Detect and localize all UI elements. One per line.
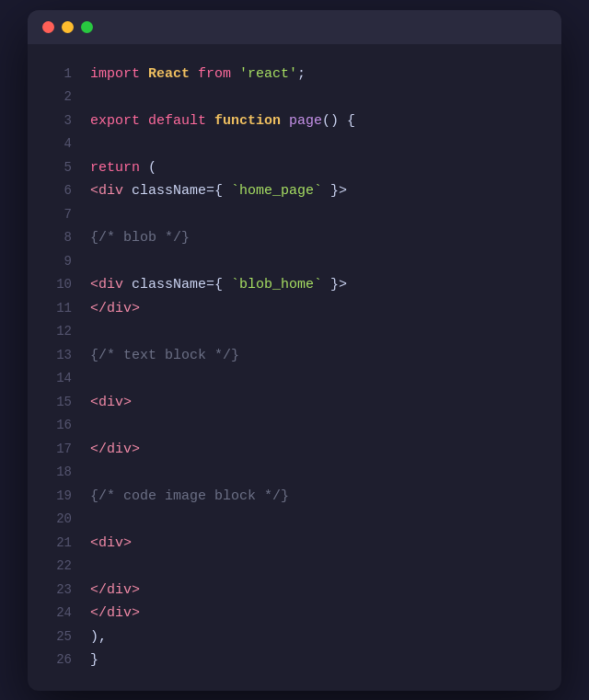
line-number: 18: [46, 462, 72, 484]
token-plain: [123, 183, 132, 199]
code-window: 1import React from 'react';2 3export def…: [28, 10, 561, 691]
line-number: 13: [46, 345, 72, 367]
code-line: 8 {/* blob */}: [28, 226, 561, 250]
code-line: 16: [28, 414, 561, 438]
token-kw-import: import: [90, 66, 140, 82]
code-line: 2: [28, 86, 561, 109]
line-number: 19: [46, 486, 72, 508]
token-tpl-str: `blob_home`: [231, 277, 322, 293]
code-line: 5 return (: [28, 156, 561, 180]
token-comment: {/* text block */}: [90, 348, 239, 363]
line-number: 26: [46, 649, 72, 671]
token-plain: ;: [297, 66, 306, 82]
line-content: </div>: [90, 438, 543, 462]
line-content: [90, 86, 543, 109]
minimize-button[interactable]: [62, 21, 74, 33]
line-number: 1: [46, 63, 72, 86]
maximize-button[interactable]: [81, 21, 93, 33]
line-number: 21: [46, 533, 72, 555]
close-button[interactable]: [42, 21, 54, 33]
code-line: 12: [28, 320, 561, 344]
token-tpl-str: `home_page`: [231, 183, 322, 199]
code-line: 24 </div>: [28, 602, 561, 625]
token-plain: [206, 113, 214, 129]
token-plain: [140, 113, 148, 129]
token-tag: </div>: [90, 442, 140, 457]
line-content: [90, 132, 543, 156]
line-content: [90, 367, 543, 391]
line-content: import React from 'react';: [90, 63, 543, 86]
code-line: 3export default function page() {: [28, 109, 561, 133]
token-kw-function: function: [214, 113, 281, 129]
line-content: [90, 250, 543, 274]
token-plain: ={: [206, 183, 231, 199]
code-line: 25 ),: [28, 625, 561, 649]
line-content: <div>: [90, 532, 543, 556]
line-content: }: [90, 648, 543, 672]
line-number: 24: [46, 602, 72, 625]
line-content: [90, 555, 543, 579]
line-number: 6: [46, 180, 72, 202]
token-plain: }>: [322, 183, 347, 199]
token-str: 'react': [239, 66, 297, 82]
code-line: 18: [28, 461, 561, 485]
line-number: 8: [46, 227, 72, 249]
line-number: 12: [46, 321, 72, 343]
code-editor: 1import React from 'react';2 3export def…: [28, 44, 561, 691]
token-plain: ),: [90, 629, 107, 645]
line-number: 9: [46, 251, 72, 273]
code-line: 23 </div>: [28, 579, 561, 602]
token-plain: (: [140, 160, 156, 176]
line-content: <div>: [90, 391, 543, 415]
line-number: 4: [46, 133, 72, 155]
token-fn-name: page: [289, 113, 322, 129]
token-plain: () {: [322, 113, 355, 129]
code-line: 17 </div>: [28, 438, 561, 462]
line-content: </div>: [90, 297, 543, 321]
line-number: 17: [46, 439, 72, 461]
code-line: 7: [28, 203, 561, 227]
token-kw-default: default: [148, 113, 206, 129]
line-content: {/* text block */}: [90, 344, 543, 368]
code-line: 20: [28, 508, 561, 532]
code-line: 26}: [28, 648, 561, 672]
line-content: ),: [90, 625, 543, 649]
line-number: 20: [46, 509, 72, 531]
line-number: 25: [46, 626, 72, 648]
token-tag: </div>: [90, 605, 140, 621]
line-content: [90, 508, 543, 532]
code-line: 9: [28, 250, 561, 274]
token-plain: }>: [322, 277, 347, 293]
line-number: 22: [46, 556, 72, 578]
token-tag: </div>: [90, 582, 140, 598]
line-number: 11: [46, 298, 72, 320]
code-line: 1import React from 'react';: [28, 63, 561, 86]
token-kw-return: return: [90, 160, 140, 176]
code-line: 10 <div className={ `blob_home` }>: [28, 273, 561, 297]
token-plain: [123, 277, 132, 293]
line-content: return (: [90, 156, 543, 180]
line-content: [90, 414, 543, 438]
code-line: 15 <div>: [28, 391, 561, 415]
line-number: 10: [46, 274, 72, 296]
code-line: 21 <div>: [28, 532, 561, 556]
line-number: 15: [46, 392, 72, 414]
line-content: [90, 203, 543, 227]
line-content: {/* code image block */}: [90, 485, 543, 509]
token-tag: <div>: [90, 395, 132, 410]
token-attr: className: [132, 277, 206, 293]
line-number: 16: [46, 415, 72, 437]
token-kw-react: React: [148, 66, 190, 82]
code-line: 6 <div className={ `home_page` }>: [28, 179, 561, 203]
line-content: export default function page() {: [90, 109, 543, 133]
line-content: <div className={ `blob_home` }>: [90, 273, 543, 297]
line-number: 23: [46, 580, 72, 602]
code-line: 13 {/* text block */}: [28, 344, 561, 368]
token-attr: className: [132, 183, 206, 199]
code-line: 4: [28, 132, 561, 156]
titlebar: [28, 10, 561, 44]
token-plain: [231, 66, 239, 82]
line-content: {/* blob */}: [90, 226, 543, 250]
code-line: 22: [28, 555, 561, 579]
line-content: </div>: [90, 602, 543, 625]
